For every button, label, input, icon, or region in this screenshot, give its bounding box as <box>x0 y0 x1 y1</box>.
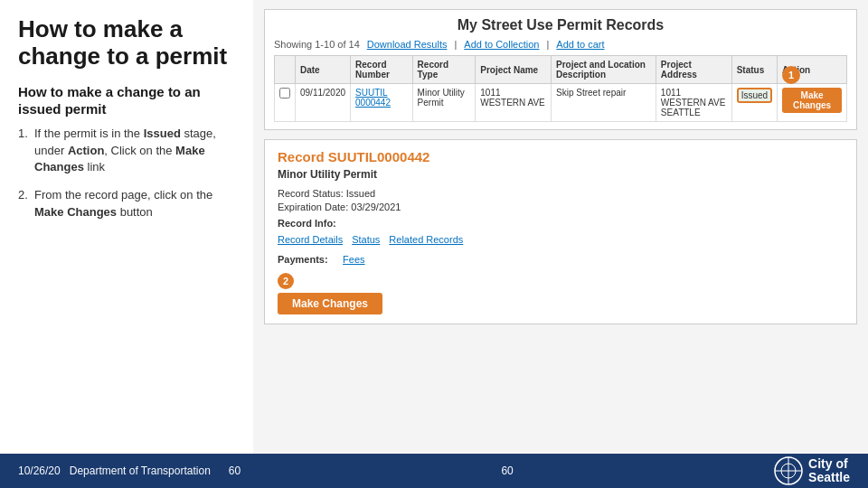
record-status-row: Record Status: Issued <box>278 188 844 199</box>
add-to-collection-link[interactable]: Add to Collection <box>464 39 539 50</box>
add-to-cart-link[interactable]: Add to cart <box>556 39 604 50</box>
col-date: Date <box>296 56 351 84</box>
row-status: Issued <box>731 84 777 122</box>
row-date: 09/11/2020 <box>296 84 351 122</box>
seattle-logo-icon <box>774 456 803 485</box>
col-checkbox <box>275 56 296 84</box>
record-number-link[interactable]: SUUTIL 0000442 <box>355 88 391 108</box>
address-line2: SEATTLE <box>661 108 701 117</box>
status-badge: Issued <box>737 88 772 103</box>
record-expiration-row: Expiration Date: 03/29/2021 <box>278 202 844 212</box>
step-2-text: From the record page, click on the Make … <box>34 187 244 221</box>
row-project-name: 1011 WESTERN AVE <box>476 84 552 122</box>
records-toolbar: Showing 1-10 of 14 Download Results | Ad… <box>274 39 847 50</box>
col-address: Project Address <box>656 56 731 84</box>
showing-text: Showing 1-10 of 14 <box>274 39 360 50</box>
footer: 10/26/20 Department of Transportation 60… <box>0 454 868 488</box>
subtitle: How to make a change to an issued permit <box>18 83 244 118</box>
record-tabs: Record Details Status Related Records <box>278 234 844 245</box>
tab-status[interactable]: Status <box>352 234 380 245</box>
city-logo: City ofSeattle <box>774 456 850 485</box>
city-logo-text: City ofSeattle <box>808 457 850 485</box>
make-changes-detail-button[interactable]: Make Changes <box>278 293 382 314</box>
section-title: My Street Use Permit Records <box>274 17 847 33</box>
make-changes-table-button[interactable]: Make Changes <box>782 88 842 113</box>
col-status: Status <box>731 56 777 84</box>
record-info-label: Record Info: <box>278 218 844 229</box>
step-1-text: If the permit is in the Issued stage, un… <box>34 126 244 177</box>
row-action: Make Changes <box>778 84 847 122</box>
step-1: 1. If the permit is in the Issued stage,… <box>18 126 244 177</box>
fees-link[interactable]: Fees <box>343 254 364 265</box>
col-description: Project and Location Description <box>552 56 656 84</box>
payments-label: Payments: <box>278 254 328 265</box>
records-table: Date Record Number Record Type Project N… <box>274 55 847 122</box>
step-2-number: 2. <box>18 187 34 202</box>
row-record-number: SUUTIL 0000442 <box>351 84 413 122</box>
badge-1: 1 <box>782 66 800 84</box>
right-panel: My Street Use Permit Records Showing 1-1… <box>253 0 868 488</box>
row-record-type: Minor Utility Permit <box>412 84 476 122</box>
step-list: 1. If the permit is in the Issued stage,… <box>18 126 244 221</box>
row-checkbox[interactable] <box>275 84 296 122</box>
tab-related-records[interactable]: Related Records <box>389 234 463 245</box>
col-record-type: Record Type <box>412 56 476 84</box>
payments-row: Payments: Fees <box>278 250 844 267</box>
tab-record-details[interactable]: Record Details <box>278 234 343 245</box>
step-2: 2. From the record page, click on the Ma… <box>18 187 244 221</box>
footer-dept: Department of Transportation <box>70 465 211 477</box>
row-description: Skip Street repair <box>552 84 656 122</box>
footer-page-right: 60 <box>501 465 513 477</box>
col-record-number: Record Number <box>351 56 413 84</box>
record-detail-subtitle: Minor Utility Permit <box>278 168 844 181</box>
main-title: How to make a change to a permit <box>18 16 244 70</box>
footer-date: 10/26/20 <box>18 465 61 477</box>
record-detail-section: Record SUUTIL0000442 Minor Utility Permi… <box>264 139 857 324</box>
record-detail-title: Record SUUTIL0000442 <box>278 149 844 164</box>
table-row: 09/11/2020 SUUTIL 0000442 Minor Utility … <box>275 84 847 122</box>
address-line1: 1011 WESTERN AVE <box>661 88 726 108</box>
permit-records-section: My Street Use Permit Records Showing 1-1… <box>264 9 857 130</box>
make-changes-bottom-area: 2 Make Changes <box>278 272 844 314</box>
left-panel: How to make a change to a permit How to … <box>0 0 262 488</box>
row-address: 1011 WESTERN AVE SEATTLE <box>656 84 731 122</box>
col-project-name: Project Name <box>476 56 552 84</box>
step-1-number: 1. <box>18 126 34 140</box>
badge-2: 2 <box>278 273 294 289</box>
footer-page-num: 60 <box>229 465 241 477</box>
download-results-link[interactable]: Download Results <box>367 39 448 50</box>
